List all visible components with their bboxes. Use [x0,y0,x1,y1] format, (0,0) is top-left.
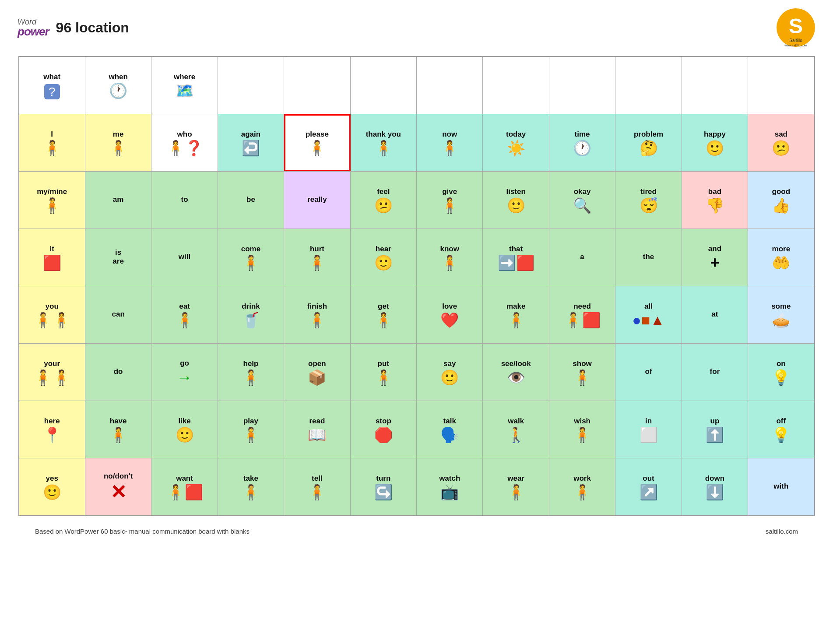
cell-7-11[interactable]: with [748,458,814,515]
cell-3-4[interactable]: hurt🧍 [284,229,350,286]
cell-4-2[interactable]: eat🧍 [151,286,218,343]
cell-1-8[interactable]: time🕐 [549,114,615,171]
cell-3-1[interactable]: is are [85,229,151,286]
cell-2-7[interactable]: listen🙂 [483,172,549,229]
cell-3-0[interactable]: it🟥 [19,229,85,286]
cell-2-0[interactable]: my/mine🧍 [19,172,85,229]
cell-1-9[interactable]: problem🤔 [615,114,682,171]
cell-4-6[interactable]: love❤️ [417,286,483,343]
cell-2-11[interactable]: good👍 [748,172,814,229]
cell-4-0[interactable]: you🧍🧍 [19,286,85,343]
cell-1-6[interactable]: now🧍 [417,114,483,171]
cell-2-9[interactable]: tired😴 [615,172,682,229]
cell-2-4[interactable]: really [284,172,350,229]
cell-0-9[interactable] [615,57,682,114]
cell-5-8[interactable]: show🧍 [549,344,615,401]
cell-5-0[interactable]: your🧍🧍 [19,344,85,401]
cell-3-2[interactable]: will [151,229,218,286]
cell-6-3[interactable]: play🧍 [218,401,284,458]
cell-5-2[interactable]: go→ [151,344,218,401]
cell-1-4[interactable]: please🧍 [284,114,350,171]
cell-5-10[interactable]: for [682,344,748,401]
cell-3-6[interactable]: know🧍 [417,229,483,286]
cell-2-5[interactable]: feel😕 [351,172,417,229]
cell-1-0[interactable]: I🧍 [19,114,85,171]
cell-4-4[interactable]: finish🧍 [284,286,350,343]
cell-2-8[interactable]: okay🔍 [549,172,615,229]
cell-4-1[interactable]: can [85,286,151,343]
cell-1-3[interactable]: again↩️ [218,114,284,171]
cell-3-8[interactable]: a [549,229,615,286]
cell-5-9[interactable]: of [615,344,682,401]
cell-0-0[interactable]: what? [19,57,85,114]
cell-3-10[interactable]: and+ [682,229,748,286]
cell-6-2[interactable]: like🙂 [151,401,218,458]
cell-7-2[interactable]: want🧍🟥 [151,458,218,515]
cell-2-2[interactable]: to [151,172,218,229]
cell-5-1[interactable]: do [85,344,151,401]
cell-4-8[interactable]: need🧍🟥 [549,286,615,343]
cell-7-10[interactable]: down⬇️ [682,458,748,515]
cell-5-4[interactable]: open📦 [284,344,350,401]
cell-4-9[interactable]: all●■▲ [615,286,682,343]
cell-1-2[interactable]: who🧍❓ [151,114,218,171]
cell-6-11[interactable]: off💡 [748,401,814,458]
cell-0-6[interactable] [417,57,483,114]
cell-6-4[interactable]: read📖 [284,401,350,458]
cell-6-9[interactable]: in⬜ [615,401,682,458]
cell-0-4[interactable] [284,57,350,114]
cell-4-11[interactable]: some🥧 [748,286,814,343]
cell-1-11[interactable]: sad😕 [748,114,814,171]
cell-5-11[interactable]: on💡 [748,344,814,401]
cell-0-5[interactable] [351,57,417,114]
cell-1-5[interactable]: thank you🧍 [351,114,417,171]
cell-0-3[interactable] [218,57,284,114]
cell-7-7[interactable]: wear🧍 [483,458,549,515]
cell-4-5[interactable]: get🧍 [351,286,417,343]
cell-7-9[interactable]: out↗️ [615,458,682,515]
cell-6-0[interactable]: here📍 [19,401,85,458]
cell-6-10[interactable]: up⬆️ [682,401,748,458]
cell-2-3[interactable]: be [218,172,284,229]
cell-0-10[interactable] [682,57,748,114]
cell-1-7[interactable]: today☀️ [483,114,549,171]
cell-6-7[interactable]: walk🚶 [483,401,549,458]
cell-6-8[interactable]: wish🧍 [549,401,615,458]
header: Word power 96 location S Saltillo www.sa… [0,0,833,52]
cell-0-1[interactable]: when🕐 [85,57,151,114]
cell-7-4[interactable]: tell🧍 [284,458,350,515]
cell-7-1[interactable]: no/don't✕ [85,458,151,515]
cell-5-3[interactable]: help🧍 [218,344,284,401]
cell-7-6[interactable]: watch📺 [417,458,483,515]
cell-3-9[interactable]: the [615,229,682,286]
cell-label-4-11: some [771,302,791,311]
cell-5-6[interactable]: say🙂 [417,344,483,401]
cell-0-7[interactable] [483,57,549,114]
cell-6-5[interactable]: stop🛑 [351,401,417,458]
cell-2-10[interactable]: bad👎 [682,172,748,229]
grid-row-0: what?when🕐where🗺️ [19,57,814,114]
cell-6-6[interactable]: talk🗣️ [417,401,483,458]
cell-7-5[interactable]: turn↪️ [351,458,417,515]
cell-4-3[interactable]: drink🥤 [218,286,284,343]
cell-1-1[interactable]: me🧍 [85,114,151,171]
cell-7-3[interactable]: take🧍 [218,458,284,515]
cell-0-2[interactable]: where🗺️ [151,57,218,114]
cell-4-7[interactable]: make🧍 [483,286,549,343]
cell-4-10[interactable]: at [682,286,748,343]
cell-6-1[interactable]: have🧍 [85,401,151,458]
cell-3-11[interactable]: more🤲 [748,229,814,286]
cell-5-5[interactable]: put🧍 [351,344,417,401]
cell-1-10[interactable]: happy🙂 [682,114,748,171]
cell-0-11[interactable] [748,57,814,114]
cell-3-5[interactable]: hear🙂 [351,229,417,286]
cell-2-6[interactable]: give🧍 [417,172,483,229]
cell-2-1[interactable]: am [85,172,151,229]
cell-7-0[interactable]: yes🙂 [19,458,85,515]
cell-label-2-8: okay [574,187,591,196]
cell-7-8[interactable]: work🧍 [549,458,615,515]
cell-5-7[interactable]: see/look👁️ [483,344,549,401]
cell-0-8[interactable] [549,57,615,114]
cell-3-3[interactable]: come🧍 [218,229,284,286]
cell-3-7[interactable]: that➡️🟥 [483,229,549,286]
